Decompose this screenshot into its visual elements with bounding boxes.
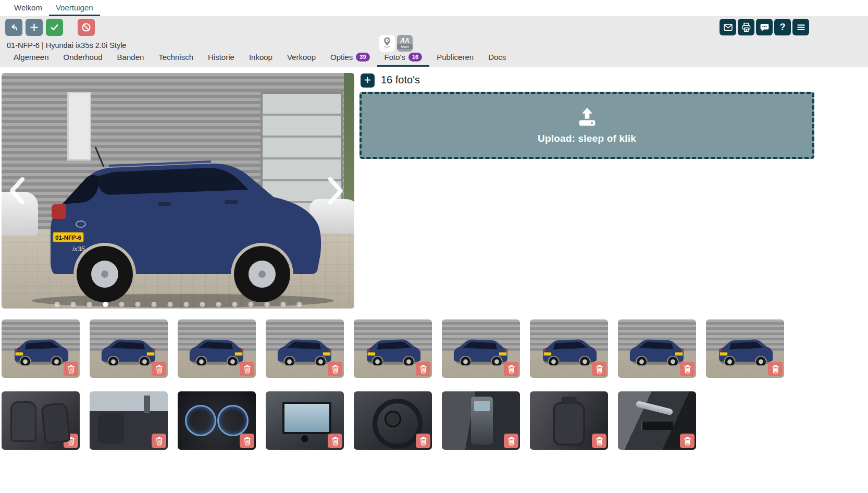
delete-photo-button[interactable]	[592, 362, 606, 376]
delete-photo-button[interactable]	[64, 434, 78, 448]
photo-thumbnail-exterior-rear-right[interactable]	[618, 319, 696, 378]
tab-foto-s[interactable]: Foto's16	[377, 53, 430, 67]
carousel-dot-9[interactable]	[183, 302, 189, 307]
delete-photo-button[interactable]	[504, 362, 518, 376]
tab-inkoop[interactable]: Inkoop	[242, 53, 280, 67]
trash-icon	[67, 365, 75, 374]
envelope-icon	[723, 22, 734, 33]
tab-opties[interactable]: Opties39	[323, 53, 377, 67]
delete-photo-button[interactable]	[152, 362, 166, 376]
trash-icon	[684, 437, 691, 446]
back-button[interactable]	[5, 19, 22, 36]
photo-thumbnail-infotainment-screen[interactable]	[266, 391, 344, 450]
carousel-dot-8[interactable]	[167, 302, 172, 307]
carousel-dot-15[interactable]	[280, 302, 286, 307]
window-tab-welkom[interactable]: Welkom	[7, 0, 49, 16]
tab-label: Inkoop	[249, 53, 272, 61]
tab-algemeen[interactable]: Algemeen	[6, 53, 56, 67]
help-button[interactable]: ?	[774, 19, 791, 35]
photo-carousel: 01-NFP-6 ix35	[2, 73, 354, 309]
photo-thumbnail-exterior-front-left[interactable]	[266, 319, 344, 378]
photo-thumbnail-exterior-side-right[interactable]	[442, 319, 520, 378]
carousel-dot-2[interactable]	[70, 302, 76, 307]
trash-icon	[67, 437, 75, 446]
tab-docs[interactable]: Docs	[481, 53, 513, 67]
photo-thumbnail-door-panel[interactable]	[618, 391, 696, 450]
photo-upload-dropzone[interactable]: Upload: sleep of klik	[359, 92, 814, 159]
delete-photo-button[interactable]	[64, 362, 78, 376]
delete-photo-button[interactable]	[768, 362, 783, 376]
thumbnail-car-photo	[10, 335, 71, 369]
delete-photo-button-highlighted[interactable]	[416, 362, 430, 376]
carousel-next-button[interactable]	[325, 175, 347, 206]
trash-icon	[419, 365, 427, 374]
trash-icon	[331, 365, 339, 374]
delete-photo-button[interactable]	[328, 434, 342, 448]
carousel-dot-4[interactable]	[103, 302, 108, 307]
photo-thumbnail-exterior-rear-left[interactable]	[2, 319, 80, 378]
photo-thumbnail-steering-wheel[interactable]	[354, 391, 432, 450]
tab-technisch[interactable]: Technisch	[151, 53, 201, 67]
mail-button[interactable]	[720, 19, 736, 35]
photo-thumbnail-front-seat[interactable]	[530, 391, 608, 450]
thumbnail-car-photo	[539, 335, 600, 369]
tab-label: Technisch	[158, 53, 193, 61]
delete-photo-button[interactable]	[592, 434, 606, 448]
menu-button[interactable]	[792, 19, 809, 35]
window-tab-voertuigen[interactable]: Voertuigen	[49, 0, 100, 16]
carousel-dot-12[interactable]	[232, 302, 237, 307]
photo-thumbnail-interior-rear-cabin[interactable]	[90, 391, 168, 450]
photo-thumbnail-exterior-front[interactable]	[90, 319, 168, 378]
photo-thumbnail-center-console[interactable]	[442, 391, 520, 450]
cancel-button[interactable]	[78, 19, 95, 36]
carousel-dot-16[interactable]	[296, 302, 302, 307]
vehicle-app-window: WelkomVoertuigen ? 01-NFP-6 | Hyundai ix…	[0, 0, 868, 493]
carousel-dot-10[interactable]	[200, 302, 205, 307]
carousel-dot-1[interactable]	[54, 302, 59, 307]
delete-photo-button[interactable]	[504, 434, 518, 448]
carousel-previous-button[interactable]	[6, 175, 28, 206]
carousel-dot-14[interactable]	[264, 302, 269, 307]
add-photo-button[interactable]	[361, 73, 375, 88]
location-publish-badge[interactable]	[379, 35, 395, 52]
thumbnail-car-photo	[275, 335, 336, 369]
add-button[interactable]	[26, 19, 43, 36]
tab-publiceren[interactable]: Publiceren	[429, 53, 481, 67]
carousel-dot-11[interactable]	[216, 302, 221, 307]
print-button[interactable]	[738, 19, 754, 35]
carousel-dot-3[interactable]	[86, 302, 92, 307]
menu-icon	[796, 22, 807, 33]
carousel-dot-5[interactable]	[119, 302, 124, 307]
carousel-dot-6[interactable]	[135, 302, 140, 307]
thumbnail-car-photo	[451, 335, 512, 369]
tab-historie[interactable]: Historie	[201, 53, 242, 67]
aa-team-publish-badge[interactable]: AA team	[397, 35, 413, 52]
photo-thumbnail-instrument-cluster[interactable]	[178, 391, 256, 450]
tab-label: Docs	[488, 53, 506, 61]
carousel-dots	[54, 302, 302, 307]
photo-thumbnail-exterior-front-right[interactable]	[178, 319, 256, 378]
photo-thumbnail-interior-front-seats[interactable]	[2, 391, 80, 450]
carousel-dot-13[interactable]	[248, 302, 253, 307]
tab-verkoop[interactable]: Verkoop	[280, 53, 323, 67]
chat-button[interactable]	[756, 19, 773, 35]
delete-photo-button[interactable]	[328, 362, 342, 376]
delete-photo-button[interactable]	[680, 362, 695, 376]
chevron-right-icon	[325, 200, 347, 208]
photo-thumbnail-exterior-side-rear[interactable]	[706, 319, 784, 378]
delete-photo-button[interactable]	[240, 434, 254, 448]
photo-thumbnail-exterior-rear-left[interactable]	[354, 319, 432, 378]
tab-count-badge: 39	[356, 53, 369, 61]
thumbnail-row-1	[2, 319, 784, 378]
confirm-button[interactable]	[46, 19, 63, 36]
delete-photo-button[interactable]	[240, 362, 254, 376]
delete-photo-button[interactable]	[680, 434, 695, 448]
trash-icon	[331, 437, 339, 446]
plus-icon	[363, 76, 372, 86]
photo-thumbnail-exterior-rear[interactable]	[530, 319, 608, 378]
tab-onderhoud[interactable]: Onderhoud	[56, 53, 110, 67]
delete-photo-button[interactable]	[152, 434, 166, 448]
delete-photo-button[interactable]	[416, 434, 430, 448]
carousel-dot-7[interactable]	[151, 302, 156, 307]
tab-banden[interactable]: Banden	[110, 53, 152, 67]
